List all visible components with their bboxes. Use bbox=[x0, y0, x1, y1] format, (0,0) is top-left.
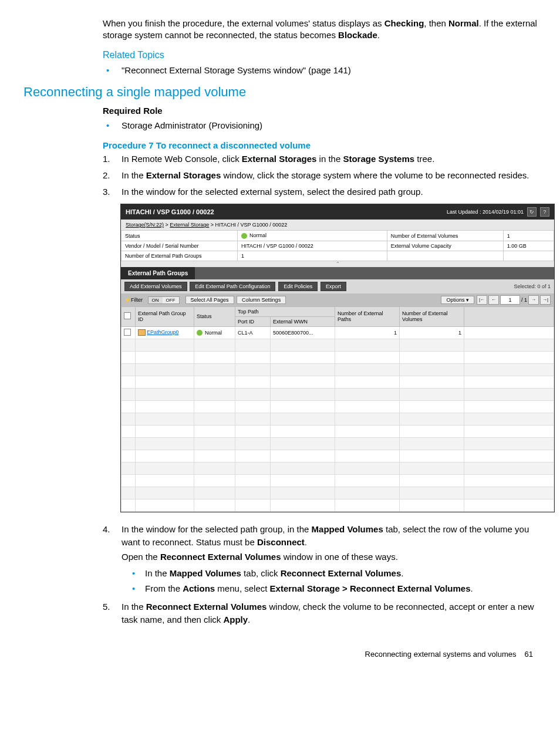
step-1: In Remote Web Console, click External St… bbox=[103, 153, 548, 166]
filter-toggle[interactable]: ONOFF bbox=[148, 296, 180, 304]
page-next-icon[interactable]: → bbox=[528, 295, 539, 305]
collapse-handle-icon[interactable] bbox=[121, 261, 554, 267]
path-groups-table: External Path Group ID Status Top Path N… bbox=[121, 306, 554, 512]
related-topics-heading: Related Topics bbox=[103, 50, 548, 60]
last-updated-label: Last Updated : 2014/02/19 01:01 bbox=[447, 209, 524, 215]
table-row[interactable]: EPathGroup0 Normal CL1-A 50060E800700...… bbox=[122, 326, 554, 339]
page-total: / 1 bbox=[521, 297, 527, 303]
edit-path-config-button[interactable]: Edit External Path Configuration bbox=[190, 282, 275, 291]
breadcrumb-external[interactable]: External Storage bbox=[170, 222, 209, 228]
path-group-icon bbox=[138, 329, 146, 336]
intro-paragraph: When you finish the procedure, the exter… bbox=[103, 18, 548, 42]
export-button[interactable]: Export bbox=[321, 282, 346, 291]
status-dot-icon bbox=[197, 330, 203, 336]
step-3: In the window for the selected external … bbox=[103, 185, 548, 198]
breadcrumb: Storage(S/N:22) > External Storage > HIT… bbox=[121, 220, 554, 230]
tab-external-path-groups[interactable]: External Path Groups bbox=[121, 267, 195, 279]
filter-label: ⚡Filter bbox=[124, 297, 143, 303]
edit-policies-button[interactable]: Edit Policies bbox=[278, 282, 318, 291]
refresh-icon[interactable]: ↻ bbox=[527, 207, 537, 217]
breadcrumb-storage[interactable]: Storage(S/N:22) bbox=[126, 222, 164, 228]
select-all-pages-button[interactable]: Select All Pages bbox=[185, 296, 234, 304]
console-screenshot: HITACHI / VSP G1000 / 00022 Last Updated… bbox=[120, 204, 555, 512]
summary-table: Status Normal Number of External Volumes… bbox=[121, 230, 554, 261]
related-topic-link[interactable]: "Reconnect External Storage Systems wind… bbox=[122, 65, 351, 75]
page-number: 61 bbox=[525, 650, 533, 659]
column-settings-button[interactable]: Column Settings bbox=[237, 296, 286, 304]
select-all-checkbox[interactable] bbox=[124, 312, 131, 319]
add-external-volumes-button[interactable]: Add External Volumes bbox=[124, 282, 187, 291]
required-role-heading: Required Role bbox=[103, 106, 548, 116]
page-last-icon[interactable]: →| bbox=[540, 295, 551, 305]
status-dot-icon bbox=[241, 233, 247, 239]
page-current-input[interactable] bbox=[500, 295, 520, 305]
breadcrumb-current: HITACHI / VSP G1000 / 00022 bbox=[215, 222, 288, 228]
path-group-link[interactable]: EPathGroup0 bbox=[147, 329, 179, 335]
required-role-item: Storage Administrator (Provisioning) bbox=[103, 119, 548, 132]
page-prev-icon[interactable]: ← bbox=[488, 295, 499, 305]
step-4: In the window for the selected path grou… bbox=[103, 523, 548, 596]
options-dropdown[interactable]: Options ▾ bbox=[441, 296, 474, 304]
window-title: HITACHI / VSP G1000 / 00022 bbox=[126, 208, 214, 215]
step-2: In the External Storages window, click t… bbox=[103, 169, 548, 182]
step-5: In the Reconnect External Volumes window… bbox=[103, 600, 548, 626]
procedure-heading: Procedure 7 To reconnect a disconnected … bbox=[103, 140, 548, 150]
footer-text: Reconnecting external systems and volume… bbox=[365, 650, 517, 659]
row-checkbox[interactable] bbox=[124, 329, 131, 336]
selected-count: Selected: 0 of 1 bbox=[514, 283, 551, 289]
page-first-icon[interactable]: |← bbox=[477, 295, 487, 305]
section-heading: Reconnecting a single mapped volume bbox=[23, 85, 548, 100]
help-icon[interactable]: ? bbox=[540, 207, 549, 217]
